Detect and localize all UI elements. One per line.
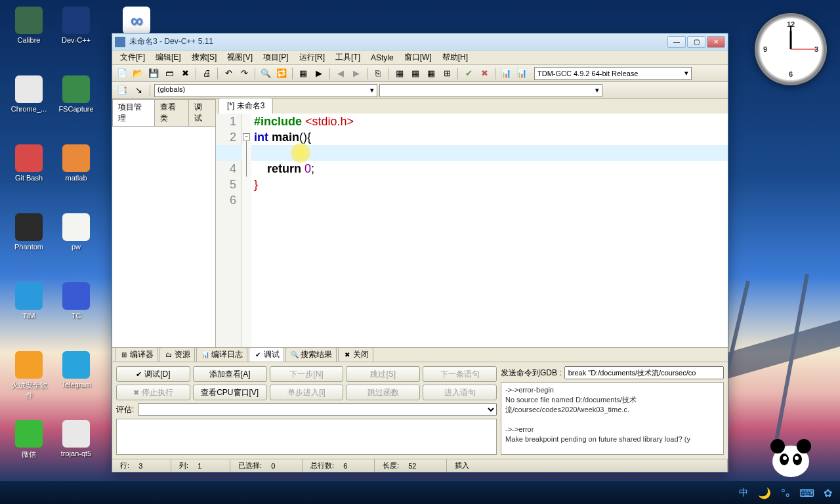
menu-运行[interactable]: 运行[R] xyxy=(294,51,330,64)
profile-button[interactable]: 📊 xyxy=(499,66,513,81)
desktop-icon-chrome-[interactable]: Chrome_... xyxy=(9,75,49,113)
gdb-input[interactable] xyxy=(564,366,724,379)
compile-button[interactable]: ▦ xyxy=(296,66,310,81)
close-file-button[interactable]: ✖ xyxy=(178,66,192,81)
minimize-button[interactable]: — xyxy=(667,36,686,48)
menu-项目[interactable]: 项目[P] xyxy=(258,51,294,64)
code-line-3[interactable] xyxy=(254,145,728,161)
debug-btn-下一条语句: 下一条语句 xyxy=(423,366,497,382)
run-button[interactable]: ▶ xyxy=(312,66,326,81)
bottom-tab-编译器[interactable]: ⊞编译器 xyxy=(115,347,158,362)
desktop-icon-matlab[interactable]: matlab xyxy=(56,144,96,182)
goto-button[interactable]: ⎘ xyxy=(371,66,385,81)
compiler-select[interactable]: TDM-GCC 4.9.2 64-bit Release xyxy=(534,67,692,80)
toolbar-nav: 📑 ↘ (globals) xyxy=(112,82,728,99)
bottom-tab-调试[interactable]: ✔调试 xyxy=(249,347,284,362)
find-button[interactable]: 🔍 xyxy=(259,66,273,81)
eval-output[interactable] xyxy=(116,419,497,455)
clock-widget: 12 6 9 3 xyxy=(755,13,827,85)
bottom-tab-编译日志[interactable]: 📊编译日志 xyxy=(196,347,247,362)
debug-btn-添加查看[interactable]: 添加查看[A] xyxy=(193,366,267,382)
bottom-panel: ⊞编译器🗂资源📊编译日志✔调试🔍搜索结果✖关闭 ✔调试[D]添加查看[A]下一步… xyxy=(112,347,728,459)
project-tree[interactable] xyxy=(112,127,215,347)
goto-line-button[interactable]: ↘ xyxy=(131,83,146,98)
stop-debug-button[interactable]: ✖ xyxy=(477,66,492,81)
back-button[interactable]: ◀ xyxy=(333,66,348,81)
code-line-1[interactable]: #include <stdio.h> xyxy=(254,114,728,129)
save-all-button[interactable]: 🗃 xyxy=(162,66,177,81)
settings-icon[interactable]: ✿ xyxy=(820,486,835,500)
desktop-icon-dev-c-[interactable]: Dev-C++ xyxy=(56,7,96,44)
weather-icon[interactable]: °ₒ xyxy=(778,486,793,500)
grid-button[interactable]: ⊞ xyxy=(440,66,454,81)
debug-btn-单步进入: 单步进入[i] xyxy=(270,385,344,400)
print-button[interactable]: 🖨 xyxy=(200,66,214,81)
desktop-icon-tim[interactable]: TIM xyxy=(9,282,49,320)
rebuild-button[interactable]: ▦ xyxy=(408,66,423,81)
side-tab-2[interactable]: 调试 xyxy=(188,99,216,126)
undo-button[interactable]: ↶ xyxy=(221,66,236,81)
new-file-button[interactable]: 📄 xyxy=(115,66,129,81)
desktop-icon-phantom[interactable]: Phantom xyxy=(9,213,49,251)
eval-label: 评估: xyxy=(116,404,134,415)
menu-astyle[interactable]: AStyle xyxy=(366,52,399,64)
moon-icon[interactable]: 🌙 xyxy=(757,486,772,500)
compile-run-button[interactable]: ▦ xyxy=(392,66,407,81)
taskbar[interactable] xyxy=(0,481,840,504)
menu-工具[interactable]: 工具[T] xyxy=(330,51,366,64)
desktop-icon--[interactable]: 微信 xyxy=(9,420,49,459)
fold-gutter[interactable]: − xyxy=(242,114,251,347)
redo-button[interactable]: ↷ xyxy=(237,66,251,81)
panda-mascot xyxy=(765,432,817,478)
globals-select[interactable]: (globals) xyxy=(154,84,377,97)
side-tab-0[interactable]: 项目管理 xyxy=(112,99,155,126)
forward-button[interactable]: ▶ xyxy=(349,66,364,81)
code-editor[interactable]: 123456 − #include <stdio.h>int main(){ r… xyxy=(216,114,728,347)
window-title: 未命名3 - Dev-C++ 5.11 xyxy=(129,36,667,47)
close-button[interactable]: ✕ xyxy=(707,36,725,48)
desktop-icon-git-bash[interactable]: Git Bash xyxy=(9,144,49,182)
code-line-5[interactable]: } xyxy=(254,177,728,192)
editor-area: [*] 未命名3 123456 − #include <stdio.h>int … xyxy=(216,99,728,347)
desktop-icon-trojan-qt5[interactable]: trojan-qt5 xyxy=(56,420,96,457)
compile2-button[interactable]: ▦ xyxy=(424,66,438,81)
eval-select[interactable] xyxy=(138,403,497,416)
menu-帮助[interactable]: 帮助[H] xyxy=(437,51,473,64)
desktop-icon-tc[interactable]: TC xyxy=(56,282,96,320)
code-line-6[interactable] xyxy=(254,192,728,208)
bottom-tab-资源[interactable]: 🗂资源 xyxy=(159,347,195,362)
file-tab[interactable]: [*] 未命名3 xyxy=(219,98,273,114)
menu-窗口[interactable]: 窗口[W] xyxy=(399,51,437,64)
debug-btn-调试[interactable]: ✔调试[D] xyxy=(116,366,190,382)
desktop-icon-fscapture[interactable]: FSCapture xyxy=(56,75,96,113)
menu-搜索[interactable]: 搜索[S] xyxy=(186,51,222,64)
desktop-icon-calibre[interactable]: Calibre xyxy=(9,7,49,44)
save-button[interactable]: 💾 xyxy=(146,66,161,81)
side-tab-1[interactable]: 查看类 xyxy=(154,99,189,126)
menu-文件[interactable]: 文件[F] xyxy=(115,51,150,64)
replace-button[interactable]: 🔁 xyxy=(274,66,289,81)
gdb-output[interactable]: ->->error-beginNo source file named D:/d… xyxy=(501,382,724,455)
symbol-select[interactable] xyxy=(379,84,602,97)
open-button[interactable]: 📂 xyxy=(131,66,145,81)
code-line-2[interactable]: int main(){ xyxy=(254,129,728,145)
desktop-icon-telegram[interactable]: Telegram xyxy=(56,351,96,388)
debug-btn-查看CPU窗口[interactable]: 查看CPU窗口[V] xyxy=(193,385,267,400)
profile2-button[interactable]: 📊 xyxy=(514,66,529,81)
desktop-icon--[interactable]: 火绒安全软件 xyxy=(9,351,49,400)
bottom-tab-搜索结果[interactable]: 🔍搜索结果 xyxy=(285,347,337,362)
bottom-tab-关闭[interactable]: ✖关闭 xyxy=(338,347,373,362)
statusbar: 行: 3 列: 1 已选择: 0 总行数: 6 长度: 52 插入 xyxy=(112,459,728,472)
maximize-button[interactable]: ▢ xyxy=(687,36,705,48)
titlebar[interactable]: 未命名3 - Dev-C++ 5.11 — ▢ ✕ xyxy=(112,33,728,51)
ime-indicator[interactable]: 中 xyxy=(736,486,751,500)
bookmark-button[interactable]: 📑 xyxy=(115,83,129,98)
menu-编辑[interactable]: 编辑[E] xyxy=(150,51,186,64)
code-line-4[interactable]: return 0; xyxy=(254,161,728,177)
desktop-icon-pw[interactable]: pw xyxy=(56,213,96,251)
keyboard-icon[interactable]: ⌨ xyxy=(799,486,814,500)
side-panel: 项目管理查看类调试 xyxy=(112,99,216,347)
debug-button[interactable]: ✔ xyxy=(461,66,476,81)
menu-视图[interactable]: 视图[V] xyxy=(222,51,258,64)
baidu-netdisk-icon[interactable]: ∞ xyxy=(117,7,156,36)
